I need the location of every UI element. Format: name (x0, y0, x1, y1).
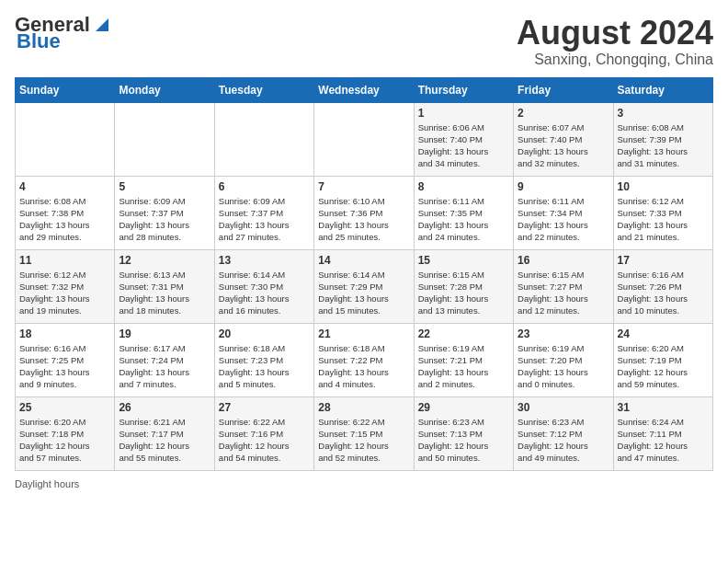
day-number: 18 (19, 327, 110, 340)
day-info-text: Sunrise: 6:11 AM Sunset: 7:34 PM Dayligh… (518, 195, 609, 244)
day-header-tuesday: Tuesday (214, 77, 313, 102)
day-info-text: Sunrise: 6:12 AM Sunset: 7:33 PM Dayligh… (618, 195, 709, 244)
day-info-text: Sunrise: 6:18 AM Sunset: 7:23 PM Dayligh… (219, 342, 310, 391)
day-info-text: Sunrise: 6:16 AM Sunset: 7:25 PM Dayligh… (19, 342, 110, 391)
day-info-text: Sunrise: 6:24 AM Sunset: 7:11 PM Dayligh… (618, 416, 709, 465)
day-cell: 20Sunrise: 6:18 AM Sunset: 7:23 PM Dayli… (214, 323, 313, 396)
day-header-monday: Monday (115, 77, 214, 102)
day-cell: 16Sunrise: 6:15 AM Sunset: 7:27 PM Dayli… (514, 249, 613, 323)
day-number: 8 (418, 180, 509, 193)
day-cell: 17Sunrise: 6:16 AM Sunset: 7:26 PM Dayli… (613, 249, 712, 323)
day-number: 21 (318, 327, 409, 340)
day-number: 2 (518, 107, 609, 120)
daylight-hours-label: Daylight hours (15, 478, 79, 489)
day-number: 20 (219, 327, 310, 340)
day-cell: 25Sunrise: 6:20 AM Sunset: 7:18 PM Dayli… (16, 396, 115, 470)
day-number: 10 (618, 180, 709, 193)
day-info-text: Sunrise: 6:23 AM Sunset: 7:13 PM Dayligh… (418, 416, 509, 465)
day-cell: 19Sunrise: 6:17 AM Sunset: 7:24 PM Dayli… (115, 323, 214, 396)
day-number: 19 (119, 327, 210, 340)
day-cell: 10Sunrise: 6:12 AM Sunset: 7:33 PM Dayli… (613, 176, 712, 249)
day-number: 7 (318, 180, 409, 193)
day-number: 14 (318, 254, 409, 267)
day-cell: 27Sunrise: 6:22 AM Sunset: 7:16 PM Dayli… (214, 396, 313, 470)
day-info-text: Sunrise: 6:09 AM Sunset: 7:37 PM Dayligh… (219, 195, 310, 244)
week-row-3: 11Sunrise: 6:12 AM Sunset: 7:32 PM Dayli… (16, 249, 713, 323)
day-number: 11 (19, 254, 110, 267)
day-number: 6 (219, 180, 310, 193)
day-headers-row: SundayMondayTuesdayWednesdayThursdayFrid… (16, 77, 713, 102)
day-number: 27 (219, 401, 310, 414)
day-number: 13 (219, 254, 310, 267)
week-row-5: 25Sunrise: 6:20 AM Sunset: 7:18 PM Dayli… (16, 396, 713, 470)
day-number: 25 (19, 401, 110, 414)
day-number: 4 (19, 180, 110, 193)
day-cell: 15Sunrise: 6:15 AM Sunset: 7:28 PM Dayli… (414, 249, 513, 323)
day-number: 12 (119, 254, 210, 267)
day-number: 24 (618, 327, 709, 340)
day-info-text: Sunrise: 6:22 AM Sunset: 7:16 PM Dayligh… (219, 416, 310, 465)
day-info-text: Sunrise: 6:21 AM Sunset: 7:17 PM Dayligh… (119, 416, 210, 465)
day-info-text: Sunrise: 6:08 AM Sunset: 7:39 PM Dayligh… (618, 121, 709, 170)
day-cell: 22Sunrise: 6:19 AM Sunset: 7:21 PM Dayli… (414, 323, 513, 396)
day-cell: 2Sunrise: 6:07 AM Sunset: 7:40 PM Daylig… (514, 102, 613, 176)
day-info-text: Sunrise: 6:09 AM Sunset: 7:37 PM Dayligh… (119, 195, 210, 244)
day-info-text: Sunrise: 6:15 AM Sunset: 7:27 PM Dayligh… (518, 269, 609, 317)
day-number: 5 (119, 180, 210, 193)
day-info-text: Sunrise: 6:13 AM Sunset: 7:31 PM Dayligh… (119, 269, 210, 317)
day-cell (314, 102, 414, 176)
day-number: 17 (618, 254, 709, 267)
day-cell: 9Sunrise: 6:11 AM Sunset: 7:34 PM Daylig… (514, 176, 613, 249)
day-info-text: Sunrise: 6:11 AM Sunset: 7:35 PM Dayligh… (418, 195, 509, 244)
day-cell: 5Sunrise: 6:09 AM Sunset: 7:37 PM Daylig… (115, 176, 214, 249)
logo-triangle-icon (92, 15, 112, 35)
day-info-text: Sunrise: 6:14 AM Sunset: 7:30 PM Dayligh… (219, 269, 310, 317)
day-cell: 13Sunrise: 6:14 AM Sunset: 7:30 PM Dayli… (214, 249, 313, 323)
day-number: 26 (119, 401, 210, 414)
day-info-text: Sunrise: 6:15 AM Sunset: 7:28 PM Dayligh… (418, 269, 509, 317)
day-info-text: Sunrise: 6:23 AM Sunset: 7:12 PM Dayligh… (518, 416, 609, 465)
day-info-text: Sunrise: 6:07 AM Sunset: 7:40 PM Dayligh… (518, 121, 609, 170)
day-number: 30 (518, 401, 609, 414)
day-cell: 7Sunrise: 6:10 AM Sunset: 7:36 PM Daylig… (314, 176, 414, 249)
day-cell: 14Sunrise: 6:14 AM Sunset: 7:29 PM Dayli… (314, 249, 414, 323)
day-header-saturday: Saturday (613, 77, 712, 102)
day-number: 31 (618, 401, 709, 414)
day-info-text: Sunrise: 6:12 AM Sunset: 7:32 PM Dayligh… (19, 269, 110, 317)
day-info-text: Sunrise: 6:08 AM Sunset: 7:38 PM Dayligh… (19, 195, 110, 244)
month-year-title: August 2024 (517, 15, 713, 52)
day-number: 22 (418, 327, 509, 340)
day-number: 1 (418, 107, 509, 120)
day-cell: 4Sunrise: 6:08 AM Sunset: 7:38 PM Daylig… (16, 176, 115, 249)
week-row-1: 1Sunrise: 6:06 AM Sunset: 7:40 PM Daylig… (16, 102, 713, 176)
day-info-text: Sunrise: 6:16 AM Sunset: 7:26 PM Dayligh… (618, 269, 709, 317)
footer: Daylight hours (15, 478, 713, 489)
day-info-text: Sunrise: 6:17 AM Sunset: 7:24 PM Dayligh… (119, 342, 210, 391)
day-cell: 6Sunrise: 6:09 AM Sunset: 7:37 PM Daylig… (214, 176, 313, 249)
week-row-4: 18Sunrise: 6:16 AM Sunset: 7:25 PM Dayli… (16, 323, 713, 396)
day-info-text: Sunrise: 6:14 AM Sunset: 7:29 PM Dayligh… (318, 269, 409, 317)
day-cell: 29Sunrise: 6:23 AM Sunset: 7:13 PM Dayli… (414, 396, 513, 470)
day-cell: 21Sunrise: 6:18 AM Sunset: 7:22 PM Dayli… (314, 323, 414, 396)
logo: General Blue (15, 15, 112, 52)
calendar-table: SundayMondayTuesdayWednesdayThursdayFrid… (15, 77, 713, 471)
day-cell (16, 102, 115, 176)
logo-blue-text: Blue (17, 31, 61, 52)
day-number: 23 (518, 327, 609, 340)
day-cell (214, 102, 313, 176)
day-info-text: Sunrise: 6:22 AM Sunset: 7:15 PM Dayligh… (318, 416, 409, 465)
day-cell: 30Sunrise: 6:23 AM Sunset: 7:12 PM Dayli… (514, 396, 613, 470)
title-block: August 2024 Sanxing, Chongqing, China (517, 15, 713, 68)
day-info-text: Sunrise: 6:20 AM Sunset: 7:19 PM Dayligh… (618, 342, 709, 391)
day-number: 9 (518, 180, 609, 193)
day-cell: 26Sunrise: 6:21 AM Sunset: 7:17 PM Dayli… (115, 396, 214, 470)
day-number: 28 (318, 401, 409, 414)
day-number: 15 (418, 254, 509, 267)
day-cell: 3Sunrise: 6:08 AM Sunset: 7:39 PM Daylig… (613, 102, 712, 176)
day-number: 3 (618, 107, 709, 120)
day-cell: 31Sunrise: 6:24 AM Sunset: 7:11 PM Dayli… (613, 396, 712, 470)
day-info-text: Sunrise: 6:19 AM Sunset: 7:20 PM Dayligh… (518, 342, 609, 391)
day-cell: 12Sunrise: 6:13 AM Sunset: 7:31 PM Dayli… (115, 249, 214, 323)
day-info-text: Sunrise: 6:20 AM Sunset: 7:18 PM Dayligh… (19, 416, 110, 465)
day-cell: 1Sunrise: 6:06 AM Sunset: 7:40 PM Daylig… (414, 102, 513, 176)
